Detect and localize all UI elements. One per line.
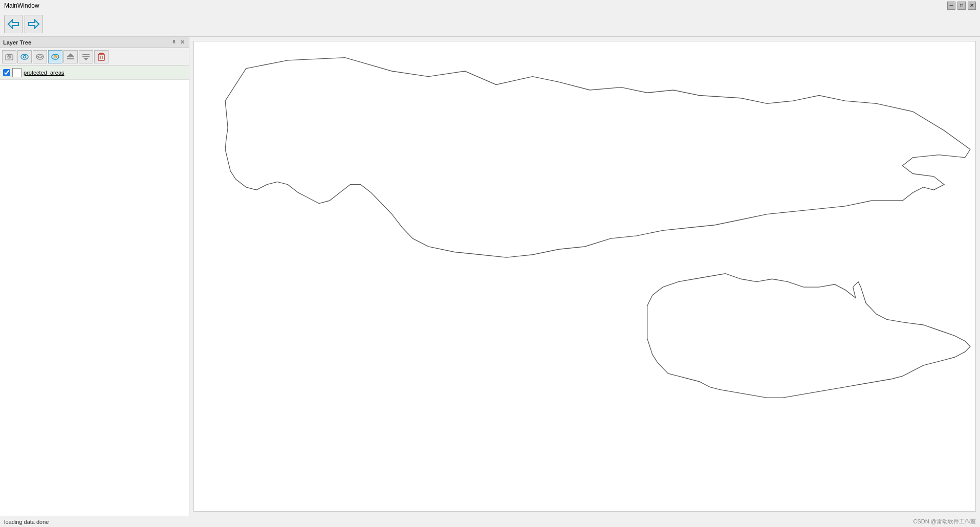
remove-layer-icon [97,52,106,61]
svg-point-15 [55,56,56,57]
layer-color-swatch [12,68,21,77]
layer-list: protected_areas [0,65,189,516]
back-arrow-icon [7,19,19,29]
svg-rect-24 [98,54,104,60]
lower-shape [647,274,970,398]
svg-marker-1 [29,20,39,28]
map-canvas[interactable] [193,41,976,512]
back-button[interactable] [4,15,23,33]
window-controls: ─ □ ✕ [947,2,976,10]
upper-shape [225,58,970,257]
svg-rect-19 [82,54,90,55]
layer-panel-header-buttons: 🖈 ✕ [170,39,186,46]
layer-panel-header: Layer Tree 🖈 ✕ [0,37,189,48]
panel-close-button[interactable]: ✕ [179,39,186,46]
layer-panel-title: Layer Tree [3,39,31,46]
svg-rect-20 [82,56,90,57]
status-text: loading data done [4,519,49,525]
layer-name-label: protected_areas [24,70,64,76]
svg-rect-3 [7,54,12,55]
layer-item[interactable]: protected_areas [0,65,189,80]
layer-panel: Layer Tree 🖈 ✕ [0,37,189,516]
visibility-button[interactable] [17,50,32,63]
layer-filter-button[interactable] [33,50,47,63]
minimize-button[interactable]: ─ [947,2,955,10]
svg-marker-18 [68,53,73,56]
status-bar: loading data done CSDN @雷动软件工作室 [0,516,980,527]
close-button[interactable]: ✕ [968,2,976,10]
svg-marker-0 [8,20,18,28]
forward-arrow-icon [28,19,40,29]
eye-icon [20,52,29,61]
remove-layer-button[interactable] [94,50,108,63]
svg-marker-21 [83,58,89,60]
svg-rect-17 [67,56,74,57]
main-area: Layer Tree 🖈 ✕ [0,37,980,516]
svg-rect-23 [100,53,103,54]
restore-button[interactable]: □ [957,2,966,10]
svg-point-8 [24,55,26,58]
move-layer-up-button[interactable] [63,50,78,63]
layer-toolbar [0,48,189,65]
main-toolbar [0,11,980,37]
layer-visibility-checkbox[interactable] [3,69,10,76]
eye-settings-icon [51,52,60,61]
svg-rect-16 [67,58,74,59]
eye-settings-button[interactable] [48,50,62,63]
watermark-text: CSDN @雷动软件工作室 [913,518,976,525]
move-up-icon [66,52,75,61]
add-layer-icon [5,52,14,61]
move-down-icon [81,52,91,61]
forward-button[interactable] [25,15,43,33]
svg-point-10 [38,56,41,58]
move-layer-down-button[interactable] [79,50,93,63]
map-svg [194,41,975,511]
svg-point-7 [21,54,28,59]
window-title: MainWindow [4,2,39,9]
title-bar: MainWindow ─ □ ✕ [0,0,980,11]
layer-filter-icon [35,52,45,61]
add-layer-button[interactable] [2,50,16,63]
pin-button[interactable]: 🖈 [170,39,178,46]
